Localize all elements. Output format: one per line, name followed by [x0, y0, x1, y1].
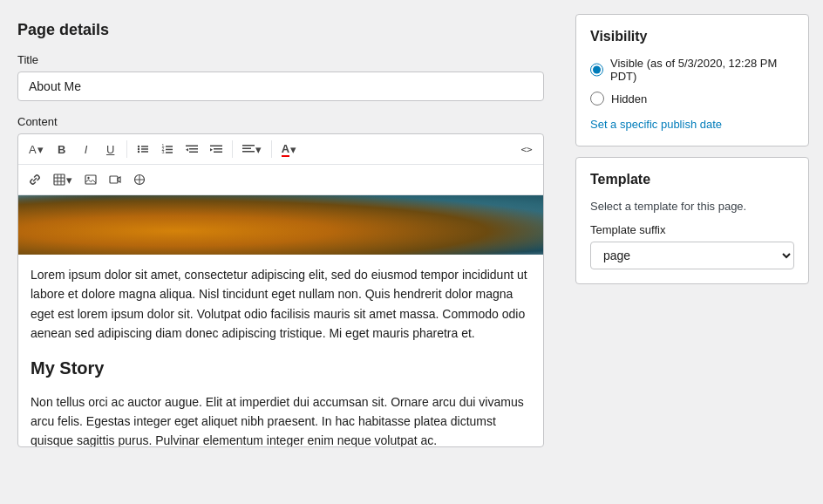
svg-rect-18 [214, 152, 222, 153]
template-description: Select a template for this page. [590, 200, 794, 213]
svg-rect-9 [166, 149, 173, 151]
svg-rect-1 [141, 146, 148, 147]
font-color-label: A [282, 142, 289, 157]
svg-text:3.: 3. [161, 149, 165, 154]
title-label: Title [17, 53, 544, 66]
ordered-list-icon: 1. 2. 3. [161, 143, 173, 155]
svg-point-2 [137, 148, 139, 150]
svg-rect-21 [242, 148, 251, 150]
svg-marker-19 [210, 148, 213, 152]
toolbar-row2: ▾ [18, 165, 543, 195]
content-image [18, 195, 543, 255]
image-button[interactable] [79, 168, 102, 191]
page-title: Page details [17, 21, 544, 39]
svg-rect-13 [189, 148, 198, 150]
content-label: Content [17, 115, 544, 128]
svg-marker-15 [186, 148, 188, 152]
template-title: Template [590, 172, 794, 187]
paragraph1: Lorem ipsum dolor sit amet, consectetur … [31, 265, 531, 344]
table-arrow: ▾ [66, 174, 72, 187]
visibility-visible-label: Visible (as of 5/3/2020, 12:28 PM PDT) [610, 57, 794, 83]
coral-image [18, 195, 543, 255]
heading1: My Story [31, 354, 531, 382]
link-icon [29, 174, 41, 186]
font-family-label: A [29, 143, 37, 156]
svg-rect-14 [189, 152, 198, 153]
svg-rect-23 [54, 174, 65, 185]
outdent-button[interactable] [180, 138, 203, 160]
visibility-hidden-radio[interactable] [590, 92, 604, 106]
svg-point-4 [137, 151, 139, 153]
svg-rect-11 [166, 152, 173, 153]
visibility-hidden-label: Hidden [611, 92, 647, 106]
table-button[interactable]: ▾ [48, 168, 78, 191]
svg-rect-7 [166, 146, 173, 147]
visibility-visible-option[interactable]: Visible (as of 5/3/2020, 12:28 PM PDT) [590, 57, 794, 83]
content-editor: A ▾ B I U 1. [17, 133, 544, 447]
toolbar-sep1 [126, 140, 127, 158]
svg-rect-5 [141, 151, 148, 153]
font-color-button[interactable]: A ▾ [276, 138, 302, 160]
align-icon [242, 143, 255, 155]
svg-rect-20 [242, 145, 255, 146]
font-family-arrow: ▾ [37, 143, 44, 156]
svg-rect-3 [141, 148, 148, 150]
toolbar-sep2 [232, 140, 233, 158]
special-chars-icon [133, 174, 146, 186]
font-family-button[interactable]: A ▾ [24, 138, 49, 160]
template-suffix-select[interactable]: page full-width blank [590, 242, 794, 269]
svg-rect-30 [110, 176, 118, 183]
visibility-panel: Visibility Visible (as of 5/3/2020, 12:2… [575, 14, 809, 146]
indent-button[interactable] [205, 138, 228, 160]
align-button[interactable]: ▾ [237, 138, 267, 160]
font-color-arrow: ▾ [290, 143, 296, 156]
ordered-list-button[interactable]: 1. 2. 3. [156, 138, 179, 160]
visibility-visible-radio[interactable] [590, 63, 603, 77]
html-button[interactable]: <> [515, 138, 538, 160]
svg-rect-16 [210, 146, 222, 147]
toolbar-sep3 [271, 140, 272, 158]
image-icon [85, 174, 97, 186]
svg-rect-28 [85, 175, 96, 184]
visibility-title: Visibility [590, 29, 794, 44]
editor-body[interactable]: Lorem ipsum dolor sit amet, consectetur … [18, 195, 543, 446]
unordered-list-button[interactable] [132, 138, 154, 160]
svg-point-0 [137, 146, 139, 147]
editor-text[interactable]: Lorem ipsum dolor sit amet, consectetur … [18, 255, 543, 446]
title-input[interactable] [17, 72, 544, 101]
video-button[interactable] [104, 168, 126, 191]
main-content: Page details Title Content A ▾ B I U [0, 0, 561, 504]
align-arrow: ▾ [255, 143, 262, 156]
visibility-hidden-option[interactable]: Hidden [590, 92, 794, 106]
italic-button[interactable]: I [75, 138, 98, 160]
paragraph2: Non tellus orci ac auctor augue. Elit at… [31, 392, 531, 446]
toolbar-row1: A ▾ B I U 1. [18, 134, 543, 165]
underline-button[interactable]: U [99, 138, 122, 160]
special-chars-button[interactable] [128, 168, 151, 191]
video-icon [109, 174, 121, 186]
publish-date-link[interactable]: Set a specific publish date [590, 118, 722, 131]
bold-button[interactable]: B [51, 138, 73, 160]
outdent-icon [186, 143, 198, 155]
right-sidebar: Visibility Visible (as of 5/3/2020, 12:2… [561, 0, 823, 504]
svg-rect-22 [242, 151, 255, 153]
template-panel: Template Select a template for this page… [575, 157, 809, 284]
indent-icon [210, 143, 222, 155]
unordered-list-icon [137, 143, 149, 155]
link-button[interactable] [24, 168, 46, 191]
svg-point-29 [87, 177, 89, 179]
svg-rect-17 [214, 148, 222, 150]
table-icon [53, 174, 65, 186]
template-suffix-label: Template suffix [590, 223, 794, 236]
svg-rect-12 [186, 146, 198, 147]
